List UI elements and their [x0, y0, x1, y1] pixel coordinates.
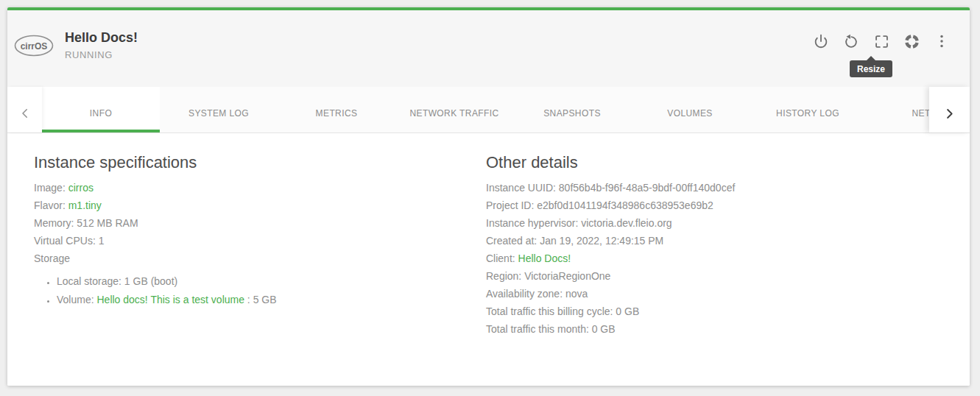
project-id-row: Project ID: e2bf0d1041194f348986c638953e… [486, 197, 970, 214]
tab-volumes[interactable]: VOLUMES [631, 87, 749, 132]
instance-card: cirrOS Hello Docs! RUNNING [7, 7, 970, 386]
power-icon [813, 33, 829, 49]
tab-network-traffic[interactable]: NETWORK TRAFFIC [395, 87, 513, 132]
resize-tooltip: Resize [850, 60, 892, 77]
vcpus-row: Virtual CPUs: 1 [34, 232, 486, 250]
tab-system-log[interactable]: SYSTEM LOG [160, 87, 278, 132]
volume-item: Volume: Hello docs! This is a test volum… [57, 291, 486, 309]
tabs-scroll-right-button[interactable] [929, 87, 970, 132]
info-tab-content: Instance specifications Image: cirros Fl… [7, 133, 970, 386]
tab-info[interactable]: INFO [42, 87, 160, 132]
power-button[interactable] [809, 29, 833, 53]
image-link[interactable]: cirros [68, 182, 94, 194]
client-link[interactable]: Hello Docs! [518, 252, 571, 264]
other-details-section: Other details Instance UUID: 80f56b4b-f9… [486, 152, 970, 386]
more-button[interactable] [930, 29, 953, 53]
tab-list: INFO SYSTEM LOG METRICS NETWORK TRAFFIC … [42, 87, 929, 132]
chevron-left-icon [18, 107, 32, 120]
traffic-month-row: Total traffic this month: 0 GB [486, 320, 970, 338]
title-block: Hello Docs! RUNNING [65, 29, 138, 60]
image-label: Image: [34, 182, 68, 194]
svg-text:cirrOS: cirrOS [21, 41, 48, 52]
volume-label: Volume: [57, 294, 96, 305]
flavor-label: Flavor: [34, 199, 68, 211]
tabs-scroll-left-button[interactable] [7, 87, 42, 132]
chevron-right-icon [942, 107, 956, 121]
console-donut-icon [903, 33, 920, 50]
volume-link[interactable]: Hello docs! This is a test volume [96, 294, 244, 305]
memory-row: Memory: 512 MB RAM [34, 214, 486, 232]
other-details-title: Other details [486, 152, 970, 173]
console-button[interactable] [900, 29, 923, 53]
instance-specifications-section: Instance specifications Image: cirros Fl… [34, 152, 486, 386]
tab-networking[interactable]: NETW [867, 87, 929, 132]
region-row: Region: VictoriaRegionOne [486, 267, 970, 285]
image-row: Image: cirros [34, 179, 486, 197]
tab-metrics[interactable]: METRICS [278, 87, 395, 132]
storage-list: Local storage: 1 GB (boot) Volume: Hello… [34, 272, 486, 309]
local-storage-item: Local storage: 1 GB (boot) [57, 272, 486, 291]
instance-uuid-row: Instance UUID: 80f56b4b-f96f-48a5-9bdf-0… [486, 179, 970, 197]
cirros-logo-icon: cirrOS [13, 32, 54, 59]
availability-zone-row: Availability zone: nova [486, 285, 970, 303]
client-row: Client: Hello Docs! [486, 250, 970, 267]
header-actions [809, 29, 953, 53]
volume-size: : 5 GB [244, 294, 277, 305]
storage-row: Storage [34, 250, 486, 267]
traffic-billing-cycle-row: Total traffic this billing cycle: 0 GB [486, 303, 970, 320]
resize-button[interactable] [870, 29, 893, 53]
instance-header: cirrOS Hello Docs! RUNNING [7, 10, 970, 87]
tab-history-log[interactable]: HISTORY LOG [749, 87, 867, 132]
resize-icon [874, 34, 889, 49]
reboot-button[interactable] [839, 29, 863, 53]
client-label: Client: [486, 252, 518, 264]
reboot-icon [843, 33, 859, 49]
more-vert-icon [934, 33, 950, 49]
instance-specifications-title: Instance specifications [34, 152, 486, 173]
tab-bar: INFO SYSTEM LOG METRICS NETWORK TRAFFIC … [7, 87, 970, 133]
flavor-row: Flavor: m1.tiny [34, 197, 486, 214]
hypervisor-row: Instance hypervisor: victoria.dev.fleio.… [486, 214, 970, 232]
instance-status: RUNNING [65, 49, 138, 60]
created-at-row: Created at: Jan 19, 2022, 12:49:15 PM [486, 232, 970, 250]
tab-snapshots[interactable]: SNAPSHOTS [513, 87, 631, 132]
instance-title: Hello Docs! [65, 29, 138, 46]
flavor-link[interactable]: m1.tiny [68, 199, 102, 211]
